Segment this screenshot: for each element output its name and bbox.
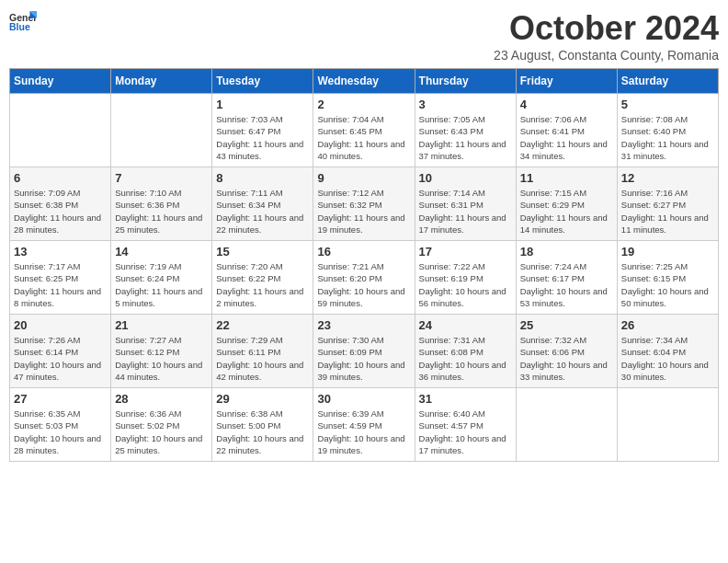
day-number: 27: [14, 392, 107, 406]
calendar-cell: 27Sunrise: 6:35 AMSunset: 5:03 PMDayligh…: [10, 388, 111, 462]
day-number: 30: [317, 392, 410, 406]
day-info: Sunrise: 7:26 AMSunset: 6:14 PMDaylight:…: [14, 334, 107, 383]
calendar-cell: 16Sunrise: 7:21 AMSunset: 6:20 PMDayligh…: [313, 241, 415, 315]
day-number: 7: [115, 171, 208, 185]
calendar-cell: 19Sunrise: 7:25 AMSunset: 6:15 PMDayligh…: [617, 241, 718, 315]
day-info: Sunrise: 7:22 AMSunset: 6:19 PMDaylight:…: [419, 260, 512, 309]
calendar-cell: 8Sunrise: 7:11 AMSunset: 6:34 PMDaylight…: [212, 167, 313, 241]
calendar-cell: 7Sunrise: 7:10 AMSunset: 6:36 PMDaylight…: [111, 167, 212, 241]
day-info: Sunrise: 7:05 AMSunset: 6:43 PMDaylight:…: [419, 113, 512, 162]
day-info: Sunrise: 7:20 AMSunset: 6:22 PMDaylight:…: [216, 260, 309, 309]
calendar-cell: 21Sunrise: 7:27 AMSunset: 6:12 PMDayligh…: [111, 315, 212, 388]
day-number: 31: [419, 392, 512, 406]
day-number: 14: [115, 245, 208, 259]
calendar-cell: 28Sunrise: 6:36 AMSunset: 5:02 PMDayligh…: [111, 388, 212, 462]
day-info: Sunrise: 7:19 AMSunset: 6:24 PMDaylight:…: [115, 260, 208, 309]
calendar-cell: 22Sunrise: 7:29 AMSunset: 6:11 PMDayligh…: [212, 315, 313, 388]
svg-text:Blue: Blue: [9, 21, 30, 32]
day-number: 4: [520, 98, 613, 111]
column-header-saturday: Saturday: [617, 69, 718, 94]
day-number: 8: [216, 171, 309, 185]
day-number: 29: [216, 392, 309, 406]
day-number: 11: [520, 171, 613, 185]
calendar-cell: [111, 94, 212, 167]
column-header-thursday: Thursday: [415, 69, 516, 94]
calendar-cell: 4Sunrise: 7:06 AMSunset: 6:41 PMDaylight…: [516, 94, 617, 167]
day-number: 5: [621, 98, 714, 111]
day-number: 12: [621, 171, 714, 185]
calendar-cell: 18Sunrise: 7:24 AMSunset: 6:17 PMDayligh…: [516, 241, 617, 315]
calendar-cell: 12Sunrise: 7:16 AMSunset: 6:27 PMDayligh…: [617, 167, 718, 241]
day-info: Sunrise: 7:21 AMSunset: 6:20 PMDaylight:…: [317, 260, 410, 309]
page-header: General Blue October 2024 23 August, Con…: [9, 9, 719, 63]
month-title: October 2024: [494, 9, 719, 48]
day-info: Sunrise: 7:12 AMSunset: 6:32 PMDaylight:…: [317, 187, 410, 236]
calendar-cell: 9Sunrise: 7:12 AMSunset: 6:32 PMDaylight…: [313, 167, 415, 241]
calendar-cell: 14Sunrise: 7:19 AMSunset: 6:24 PMDayligh…: [111, 241, 212, 315]
calendar-cell: 5Sunrise: 7:08 AMSunset: 6:40 PMDaylight…: [617, 94, 718, 167]
calendar-cell: [516, 388, 617, 462]
column-header-monday: Monday: [111, 69, 212, 94]
column-header-sunday: Sunday: [10, 69, 111, 94]
day-info: Sunrise: 7:34 AMSunset: 6:04 PMDaylight:…: [621, 334, 714, 383]
calendar-cell: 1Sunrise: 7:03 AMSunset: 6:47 PMDaylight…: [212, 94, 313, 167]
subtitle: 23 August, Constanta County, Romania: [494, 48, 719, 63]
calendar-cell: 25Sunrise: 7:32 AMSunset: 6:06 PMDayligh…: [516, 315, 617, 388]
day-number: 19: [621, 245, 714, 259]
day-info: Sunrise: 7:11 AMSunset: 6:34 PMDaylight:…: [216, 187, 309, 236]
calendar-cell: 30Sunrise: 6:39 AMSunset: 4:59 PMDayligh…: [313, 388, 415, 462]
day-info: Sunrise: 7:15 AMSunset: 6:29 PMDaylight:…: [520, 187, 613, 236]
calendar-cell: 26Sunrise: 7:34 AMSunset: 6:04 PMDayligh…: [617, 315, 718, 388]
column-header-friday: Friday: [516, 69, 617, 94]
calendar-cell: 15Sunrise: 7:20 AMSunset: 6:22 PMDayligh…: [212, 241, 313, 315]
day-info: Sunrise: 7:09 AMSunset: 6:38 PMDaylight:…: [14, 187, 107, 236]
day-info: Sunrise: 7:04 AMSunset: 6:45 PMDaylight:…: [317, 113, 410, 162]
day-info: Sunrise: 6:36 AMSunset: 5:02 PMDaylight:…: [115, 408, 208, 456]
day-info: Sunrise: 7:27 AMSunset: 6:12 PMDaylight:…: [115, 334, 208, 383]
day-info: Sunrise: 6:39 AMSunset: 4:59 PMDaylight:…: [317, 408, 410, 456]
calendar-cell: 23Sunrise: 7:30 AMSunset: 6:09 PMDayligh…: [313, 315, 415, 388]
day-number: 13: [14, 245, 107, 259]
calendar-cell: [617, 388, 718, 462]
day-info: Sunrise: 7:06 AMSunset: 6:41 PMDaylight:…: [520, 113, 613, 162]
day-number: 26: [621, 318, 714, 332]
calendar-cell: 13Sunrise: 7:17 AMSunset: 6:25 PMDayligh…: [10, 241, 111, 315]
day-number: 20: [14, 318, 107, 332]
column-header-wednesday: Wednesday: [313, 69, 415, 94]
day-info: Sunrise: 7:08 AMSunset: 6:40 PMDaylight:…: [621, 113, 714, 162]
day-info: Sunrise: 7:31 AMSunset: 6:08 PMDaylight:…: [419, 334, 512, 383]
day-number: 6: [14, 171, 107, 185]
day-info: Sunrise: 7:10 AMSunset: 6:36 PMDaylight:…: [115, 187, 208, 236]
day-number: 1: [216, 98, 309, 111]
day-number: 15: [216, 245, 309, 259]
day-number: 9: [317, 171, 410, 185]
day-info: Sunrise: 6:40 AMSunset: 4:57 PMDaylight:…: [419, 408, 512, 456]
day-info: Sunrise: 7:24 AMSunset: 6:17 PMDaylight:…: [520, 260, 613, 309]
day-info: Sunrise: 7:14 AMSunset: 6:31 PMDaylight:…: [419, 187, 512, 236]
calendar-cell: 29Sunrise: 6:38 AMSunset: 5:00 PMDayligh…: [212, 388, 313, 462]
calendar-cell: 3Sunrise: 7:05 AMSunset: 6:43 PMDaylight…: [415, 94, 516, 167]
day-info: Sunrise: 7:17 AMSunset: 6:25 PMDaylight:…: [14, 260, 107, 309]
day-info: Sunrise: 6:35 AMSunset: 5:03 PMDaylight:…: [14, 408, 107, 456]
day-info: Sunrise: 7:32 AMSunset: 6:06 PMDaylight:…: [520, 334, 613, 383]
day-number: 2: [317, 98, 410, 111]
calendar-cell: 11Sunrise: 7:15 AMSunset: 6:29 PMDayligh…: [516, 167, 617, 241]
title-area: October 2024 23 August, Constanta County…: [494, 9, 719, 63]
day-number: 28: [115, 392, 208, 406]
calendar-cell: 2Sunrise: 7:04 AMSunset: 6:45 PMDaylight…: [313, 94, 415, 167]
day-info: Sunrise: 6:38 AMSunset: 5:00 PMDaylight:…: [216, 408, 309, 456]
day-info: Sunrise: 7:29 AMSunset: 6:11 PMDaylight:…: [216, 334, 309, 383]
day-number: 18: [520, 245, 613, 259]
calendar-cell: 24Sunrise: 7:31 AMSunset: 6:08 PMDayligh…: [415, 315, 516, 388]
day-number: 10: [419, 171, 512, 185]
day-number: 25: [520, 318, 613, 332]
day-number: 17: [419, 245, 512, 259]
day-number: 21: [115, 318, 208, 332]
calendar-cell: 31Sunrise: 6:40 AMSunset: 4:57 PMDayligh…: [415, 388, 516, 462]
day-number: 16: [317, 245, 410, 259]
day-info: Sunrise: 7:16 AMSunset: 6:27 PMDaylight:…: [621, 187, 714, 236]
calendar-cell: 17Sunrise: 7:22 AMSunset: 6:19 PMDayligh…: [415, 241, 516, 315]
column-header-tuesday: Tuesday: [212, 69, 313, 94]
calendar-cell: 10Sunrise: 7:14 AMSunset: 6:31 PMDayligh…: [415, 167, 516, 241]
calendar-cell: [10, 94, 111, 167]
